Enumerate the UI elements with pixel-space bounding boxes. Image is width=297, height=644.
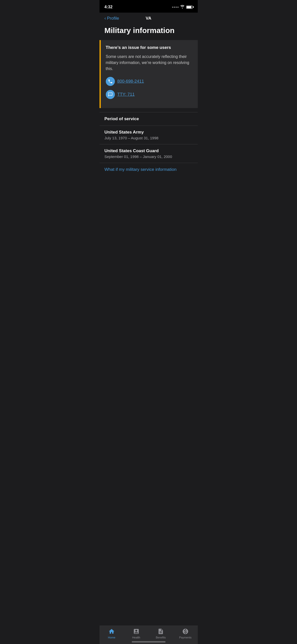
- faq-link[interactable]: What if my military service information: [105, 167, 177, 172]
- back-chevron-icon: ‹: [105, 16, 106, 21]
- phone-icon: [106, 77, 115, 86]
- content-area: There’s an issue for some users Some use…: [100, 40, 198, 196]
- service-branch: United States Coast Guard: [105, 148, 193, 153]
- phone-number: 800-698-2411: [117, 79, 144, 84]
- phone-link[interactable]: 800-698-2411: [106, 77, 193, 86]
- alert-banner: There’s an issue for some users Some use…: [100, 40, 198, 108]
- page-title: Military information: [105, 26, 193, 35]
- service-record: United States Coast Guard September 01, …: [100, 144, 198, 163]
- back-label: Profile: [107, 16, 119, 21]
- alert-title: There’s an issue for some users: [106, 45, 193, 50]
- tty-icon: [106, 90, 115, 99]
- tty-link[interactable]: TTY: 711: [106, 90, 193, 99]
- dynamic-island: [134, 3, 164, 11]
- page-title-section: Military information: [100, 24, 198, 40]
- service-dates: September 01, 1998 – January 01, 2000: [105, 154, 193, 159]
- service-record: United States Army July 13, 1970 – Augus…: [100, 126, 198, 144]
- tty-number: TTY: 711: [117, 92, 135, 97]
- section-title: Period of service: [105, 116, 139, 121]
- service-branch: United States Army: [105, 130, 193, 135]
- service-records-list: United States Army July 13, 1970 – Augus…: [100, 126, 198, 163]
- period-of-service-header: Period of service: [100, 112, 198, 126]
- faq-section: What if my military service information: [100, 163, 198, 176]
- nav-title: VA: [146, 16, 151, 21]
- alert-body: Some users are not accurately reflecting…: [106, 54, 193, 72]
- signal-icon: [172, 7, 179, 8]
- back-button[interactable]: ‹ Profile: [105, 16, 119, 21]
- status-time: 4:32: [105, 5, 113, 9]
- wifi-icon: [180, 5, 185, 9]
- service-dates: July 13, 1970 – August 31, 1998: [105, 136, 193, 140]
- battery-icon: [186, 6, 193, 9]
- navigation-bar: ‹ Profile VA: [100, 13, 198, 24]
- status-right-icons: [172, 5, 193, 9]
